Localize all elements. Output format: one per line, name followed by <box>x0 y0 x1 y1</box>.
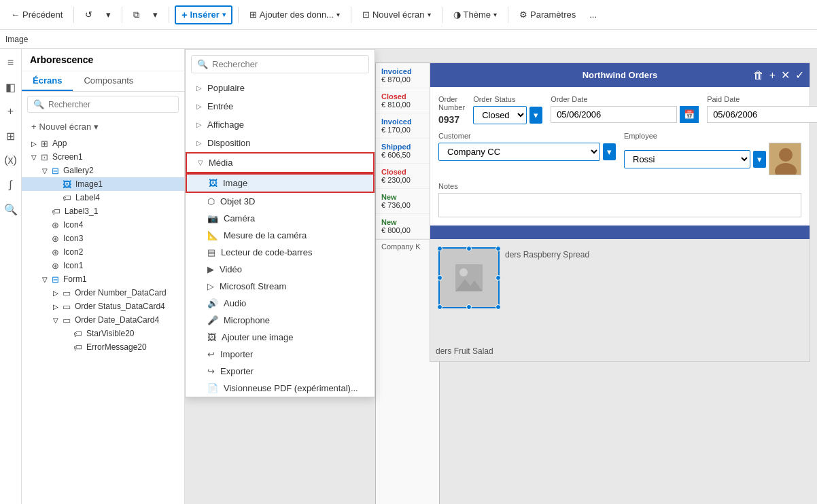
gallery-amount4: € 606,50 › <box>381 151 434 159</box>
dropdown-item-stream[interactable]: ▷ Microsoft Stream <box>186 278 375 295</box>
new-screen-tree-button[interactable]: + Nouvel écran ▾ <box>27 120 103 134</box>
dropdown-item-microphone[interactable]: 🎤 Microphone <box>186 312 375 329</box>
pdf-item-label: Visionneuse PDF (expérimental)... <box>224 383 358 393</box>
copy-button[interactable]: ⧉ <box>128 7 145 23</box>
tree-item-order-date[interactable]: ▽ ▭ Order Date_DataCard4 <box>22 313 184 327</box>
dropdown-item-audio[interactable]: 🔊 Audio <box>186 295 375 312</box>
new-screen-tree-label: Nouvel écran <box>39 122 92 132</box>
tree-item-order-number[interactable]: ▷ ▭ Order Number_DataCard <box>22 286 184 300</box>
customer-dropdown-btn[interactable]: ▾ <box>603 143 616 160</box>
paid-date-input[interactable] <box>707 106 817 123</box>
divider4 <box>238 7 239 23</box>
handle-bottom-right[interactable] <box>496 304 501 310</box>
expand-icon[interactable]: ▽ <box>39 165 50 176</box>
handle-bottom-left[interactable] <box>437 304 442 310</box>
dropdown-section-populaire[interactable]: ▷ Populaire <box>186 79 375 97</box>
dropdown-section-affichage[interactable]: ▷ Affichage <box>186 115 375 134</box>
variable-icon[interactable]: (x) <box>3 152 19 168</box>
customer-label: Customer <box>438 132 616 140</box>
dropdown-item-video[interactable]: ▶ Vidéo <box>186 261 375 278</box>
tree-item-label4[interactable]: 🏷 Label4 <box>22 191 184 204</box>
tree-item-icon2[interactable]: ⊛ Icon2 <box>22 245 184 259</box>
screen-icon: ⊡ <box>41 152 48 162</box>
dropdown-item-export[interactable]: ↪ Exporter <box>186 363 375 380</box>
new-screen-label: Nouvel écran <box>372 10 425 20</box>
copy-dropdown-button[interactable]: ▾ <box>147 7 163 22</box>
expand-icon[interactable]: ▽ <box>50 314 61 325</box>
notes-label: Notes <box>438 182 801 190</box>
tree-item-gallery2[interactable]: ▽ ⊟ Gallery2 <box>22 164 184 177</box>
handle-top-right[interactable] <box>496 246 501 251</box>
tree-item-app[interactable]: ▷ ⊞ App <box>22 137 184 150</box>
tree-item-icon1[interactable]: ⊛ Icon1 <box>22 259 184 272</box>
nw-close-button[interactable]: ✕ <box>781 69 790 82</box>
tree-item-form1[interactable]: ▽ ⊟ Form1 <box>22 272 184 286</box>
tree-item-order-status[interactable]: ▷ ▭ Order Status_DataCard4 <box>22 300 184 313</box>
layers-icon[interactable]: ◧ <box>3 79 19 95</box>
nw-add-button[interactable]: + <box>769 69 776 82</box>
expand-icon[interactable]: ▽ <box>39 274 50 285</box>
dropdown-item-camera[interactable]: 📷 Caméra <box>186 210 375 227</box>
order-date-input[interactable] <box>551 106 677 123</box>
employee-label: Employee <box>624 132 801 140</box>
dropdown-item-add-image[interactable]: 🖼 Ajouter une image <box>186 329 375 346</box>
dropdown-item-import[interactable]: ↩ Importer <box>186 346 375 363</box>
notes-input[interactable] <box>438 193 801 217</box>
expand-icon[interactable]: ▷ <box>50 287 61 298</box>
expand-icon[interactable]: ▷ <box>50 301 61 312</box>
employee-dropdown-btn[interactable]: ▾ <box>753 151 766 168</box>
new-screen-button[interactable]: ⊡ Nouvel écran ▾ <box>357 7 436 22</box>
insert-button[interactable]: + Insérer ▾ <box>175 5 232 24</box>
dropdown-section-media[interactable]: ▽ Média <box>186 152 375 173</box>
tree-item-icon3[interactable]: ⊛ Icon3 <box>22 232 184 245</box>
dropdown-item-image[interactable]: 🖼 Image <box>186 173 375 193</box>
tree-item-error20[interactable]: 🏷 ErrorMessage20 <box>22 340 184 354</box>
tab-composants[interactable]: Composants <box>73 71 144 91</box>
order-date-calendar-btn[interactable]: 📅 <box>680 106 699 123</box>
dropdown-search-input[interactable] <box>212 59 363 69</box>
tree-search-input[interactable] <box>48 100 173 109</box>
theme-button[interactable]: ◑ Thème ▾ <box>448 7 502 22</box>
expand-icon[interactable]: ▽ <box>29 151 39 162</box>
plus-side-icon[interactable]: + <box>3 103 19 120</box>
handle-mid-left[interactable] <box>437 275 442 281</box>
dropdown-item-3d[interactable]: ⬡ Objet 3D <box>186 193 375 210</box>
nw-confirm-button[interactable]: ✓ <box>795 69 804 82</box>
dropdown-item-pdf[interactable]: 📄 Visionneuse PDF (expérimental)... <box>186 380 375 397</box>
dropdown-item-measure[interactable]: 📐 Mesure de la caméra <box>186 227 375 244</box>
dropdown-section-disposition[interactable]: ▷ Disposition <box>186 134 375 152</box>
tab-ecrans[interactable]: Écrans <box>22 71 73 91</box>
undo-dropdown-button[interactable]: ▾ <box>101 7 116 22</box>
tree-item-label3[interactable]: 🏷 Label3_1 <box>22 204 184 218</box>
more-button[interactable]: ... <box>584 7 602 22</box>
tree-item-screen1[interactable]: ▽ ⊡ Screen1 <box>22 150 184 164</box>
expand-icon[interactable]: ▷ <box>29 138 39 149</box>
employee-select[interactable]: Rossi <box>624 150 750 168</box>
handle-mid-right[interactable] <box>496 275 501 281</box>
handle-bottom-mid[interactable] <box>466 304 472 310</box>
dropdown-item-barcode[interactable]: ▤ Lecteur de code-barres <box>186 244 375 261</box>
nw-delete-button[interactable]: 🗑 <box>753 69 764 82</box>
undo-button[interactable]: ↺ <box>80 7 98 22</box>
customer-select[interactable]: Company CC <box>438 143 600 161</box>
paid-date-label: Paid Date <box>707 95 817 103</box>
image-placeholder[interactable] <box>438 247 500 308</box>
measure-item-label: Mesure de la caméra <box>224 230 307 240</box>
order-status-dropdown-btn[interactable]: ▾ <box>529 107 542 124</box>
settings-button[interactable]: ⚙ Paramètres <box>514 7 581 22</box>
formula-icon[interactable]: ∫ <box>3 177 19 193</box>
search-side-icon[interactable]: 🔍 <box>3 201 19 217</box>
menu-icon[interactable]: ≡ <box>3 54 19 71</box>
chevron-down-icon-media: ▽ <box>198 159 203 166</box>
tree-item-image1[interactable]: 🖼 Image1 <box>22 177 184 191</box>
back-button[interactable]: ← Précédent <box>5 7 68 22</box>
tree-item-icon4[interactable]: ⊛ Icon4 <box>22 218 184 232</box>
database-icon[interactable]: ⊞ <box>3 128 19 144</box>
handle-top-left[interactable] <box>437 246 442 251</box>
gallery-status3: Invoiced <box>381 118 434 126</box>
order-status-select[interactable]: Closed <box>473 106 527 124</box>
add-data-button[interactable]: ⊞ Ajouter des donn... ▾ <box>244 7 345 22</box>
dropdown-section-entree[interactable]: ▷ Entrée <box>186 97 375 115</box>
handle-top-mid[interactable] <box>466 246 472 251</box>
tree-item-star20[interactable]: 🏷 StarVisible20 <box>22 327 184 340</box>
